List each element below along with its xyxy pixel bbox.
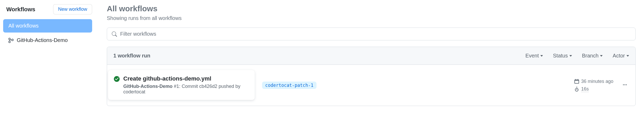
filter-actor-label: Actor — [613, 53, 625, 59]
caret-down-icon — [600, 55, 603, 57]
filter-status-label: Status — [553, 53, 568, 59]
branch-badge[interactable]: codertocat-patch-1 — [262, 82, 317, 89]
sidebar-item-label: All workflows — [8, 23, 39, 29]
filter-input[interactable] — [120, 31, 631, 37]
run-time: 36 minutes ago — [574, 79, 613, 84]
kebab-menu[interactable] — [621, 81, 629, 90]
sidebar-title: Workflows — [6, 6, 35, 13]
run-text: Create github-actions-demo.yml GitHub-Ac… — [123, 75, 244, 95]
caret-down-icon — [569, 55, 572, 57]
runs-count: 1 workflow run — [113, 53, 525, 59]
filter-container[interactable] — [107, 28, 636, 40]
calendar-icon — [574, 79, 579, 84]
runs-header: 1 workflow run Event Status Branch Actor — [107, 47, 635, 65]
filter-actor[interactable]: Actor — [613, 53, 629, 59]
filter-event[interactable]: Event — [525, 53, 543, 59]
page-subtitle: Showing runs from all workflows — [107, 15, 636, 21]
filter-branch[interactable]: Branch — [582, 53, 603, 59]
sidebar-nav: All workflows GitHub-Actions-Demo — [3, 19, 92, 47]
main-content: All workflows Showing runs from all work… — [96, 4, 641, 129]
workflow-icon — [8, 38, 14, 43]
run-main-card[interactable]: Create github-actions-demo.yml GitHub-Ac… — [108, 70, 255, 100]
run-number: #1 — [173, 84, 179, 89]
run-subtitle: GitHub-Actions-Demo #1: Commit cb426d2 p… — [123, 84, 244, 95]
caret-down-icon — [626, 55, 629, 57]
sidebar-item-github-actions-demo[interactable]: GitHub-Actions-Demo — [3, 34, 92, 47]
run-duration: 16s — [574, 86, 613, 92]
new-workflow-button[interactable]: New workflow — [53, 4, 92, 14]
sidebar-item-all-workflows[interactable]: All workflows — [3, 19, 92, 33]
filter-branch-label: Branch — [582, 53, 598, 59]
run-meta: 36 minutes ago 16s — [574, 79, 613, 92]
check-circle-icon — [114, 76, 120, 83]
sidebar-item-label: GitHub-Actions-Demo — [17, 37, 68, 43]
filter-controls: Event Status Branch Actor — [525, 53, 629, 59]
stopwatch-icon — [574, 87, 579, 92]
run-time-text: 36 minutes ago — [581, 79, 613, 84]
runs-container: 1 workflow run Event Status Branch Actor — [107, 47, 636, 106]
sidebar-header: Workflows New workflow — [3, 4, 92, 14]
kebab-icon — [622, 82, 628, 87]
search-icon — [112, 31, 117, 37]
run-row[interactable]: Create github-actions-demo.yml GitHub-Ac… — [107, 65, 635, 106]
run-title: Create github-actions-demo.yml — [123, 75, 244, 82]
sidebar: Workflows New workflow All workflows Git… — [3, 4, 96, 129]
filter-event-label: Event — [525, 53, 539, 59]
filter-status[interactable]: Status — [553, 53, 572, 59]
run-duration-text: 16s — [581, 86, 589, 92]
caret-down-icon — [540, 55, 543, 57]
run-workflow-name: GitHub-Actions-Demo — [123, 84, 173, 89]
page-title: All workflows — [107, 4, 636, 13]
